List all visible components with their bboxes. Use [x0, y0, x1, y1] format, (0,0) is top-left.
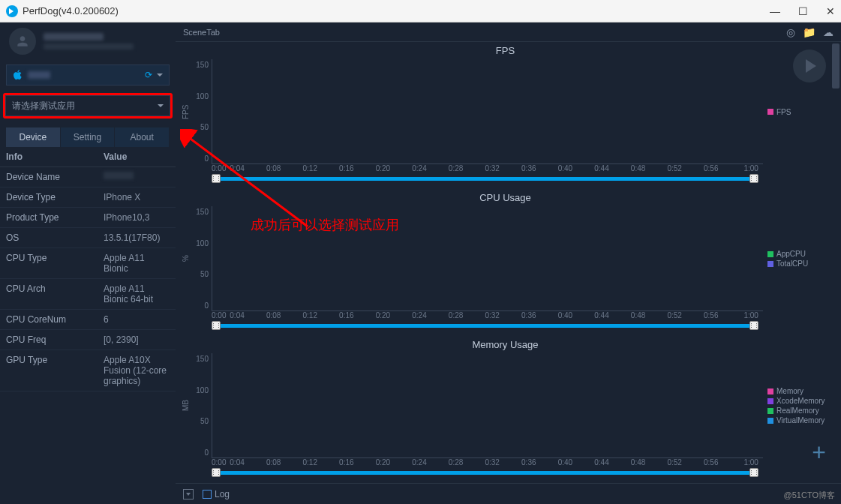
- chart-memory usage: Memory Usage MB 150100500 MemoryXcodeMem…: [180, 336, 830, 477]
- y-axis-label: FPS: [180, 59, 191, 164]
- slider-handle-right[interactable]: ⋮⋮: [749, 321, 758, 330]
- slider-handle-right[interactable]: ⋮⋮: [749, 174, 758, 183]
- info-value: IPhone10,3: [104, 212, 170, 223]
- avatar[interactable]: [9, 28, 36, 55]
- window-title: PerfDog(v4.0.200602): [23, 5, 119, 16]
- time-slider[interactable]: ⋮⋮ ⋮⋮: [212, 321, 758, 330]
- sidebar: ⟳ 请选择测试应用 Device Setting About Info Valu…: [0, 22, 176, 504]
- info-row: Product TypeIPhone10,3: [0, 208, 176, 228]
- chart-title: CPU Usage: [180, 189, 830, 206]
- slider-handle-right[interactable]: ⋮⋮: [749, 468, 758, 477]
- info-value: IPhone X: [104, 192, 170, 202]
- y-axis: 150100500: [191, 59, 212, 164]
- main-area: SceneTab ◎ 📁 ☁ FPS FPS 150100500 FPS 0:0…: [176, 22, 841, 504]
- add-button[interactable]: +: [812, 439, 826, 466]
- info-value: Apple A10X Fusion (12-core graphics): [104, 355, 170, 386]
- chart-plot[interactable]: [212, 59, 763, 164]
- chart-title: Memory Usage: [180, 336, 830, 353]
- info-label: CPU Type: [6, 253, 104, 274]
- y-axis: 150100500: [191, 206, 212, 311]
- info-label: GPU Type: [6, 355, 104, 386]
- time-slider[interactable]: ⋮⋮ ⋮⋮: [212, 468, 758, 477]
- legend-item[interactable]: VirtualMemory: [767, 416, 830, 424]
- maximize-button[interactable]: ☐: [798, 5, 808, 17]
- y-axis-label: %: [180, 206, 191, 311]
- slider-handle-left[interactable]: ⋮⋮: [212, 174, 221, 183]
- info-label: Device Type: [6, 192, 104, 202]
- folder-icon[interactable]: 📁: [803, 26, 815, 38]
- info-label: Product Type: [6, 212, 104, 223]
- info-value: Apple A11 Bionic: [104, 253, 170, 274]
- info-value: 6: [104, 314, 170, 325]
- chart-plot[interactable]: [212, 206, 763, 311]
- info-row: OS13.5.1(17F80): [0, 228, 176, 248]
- legend-item[interactable]: AppCPU: [767, 250, 830, 258]
- info-row: GPU TypeApple A10X Fusion (12-core graph…: [0, 350, 176, 392]
- info-row: CPU Freq[0, 2390]: [0, 330, 176, 350]
- log-checkbox[interactable]: Log: [203, 489, 230, 500]
- tab-device[interactable]: Device: [6, 128, 61, 147]
- watermark: @51CTO博客: [784, 490, 835, 501]
- legend-item[interactable]: Memory: [767, 387, 830, 395]
- y-axis-label: MB: [180, 353, 191, 458]
- titlebar: PerfDog(v4.0.200602) — ☐ ✕: [0, 0, 841, 22]
- app-logo-icon: [6, 5, 18, 17]
- app-select-placeholder: 请选择测试应用: [12, 100, 75, 112]
- info-row: Device Name: [0, 167, 176, 188]
- info-label: Device Name: [6, 172, 104, 182]
- tab-about[interactable]: About: [115, 128, 170, 147]
- close-button[interactable]: ✕: [826, 5, 835, 17]
- x-axis: 0:000:040:080:120:160:200:240:280:320:36…: [212, 311, 758, 320]
- legend-item[interactable]: RealMemory: [767, 406, 830, 415]
- checkbox-icon: [203, 490, 212, 499]
- info-label: CPU CoreNum: [6, 314, 104, 325]
- minimize-button[interactable]: —: [770, 5, 780, 17]
- x-axis: 0:000:040:080:120:160:200:240:280:320:36…: [212, 164, 758, 172]
- link-icon: ⟳: [145, 70, 152, 80]
- scrollbar[interactable]: [830, 42, 841, 483]
- time-slider[interactable]: ⋮⋮ ⋮⋮: [212, 174, 758, 183]
- chart-legend: AppCPUTotalCPU: [763, 206, 830, 311]
- legend-item[interactable]: TotalCPU: [767, 260, 830, 268]
- info-value: Apple A11 Bionic 64-bit: [104, 284, 170, 304]
- app-select-dropdown[interactable]: 请选择测试应用: [5, 95, 170, 116]
- chevron-down-icon: [157, 74, 163, 76]
- user-icon: [15, 34, 30, 49]
- slider-handle-left[interactable]: ⋮⋮: [212, 468, 221, 477]
- location-icon[interactable]: ◎: [786, 26, 795, 38]
- user-info: [44, 33, 134, 50]
- user-block: [0, 22, 176, 60]
- chart-plot[interactable]: [212, 353, 763, 458]
- chart-title: FPS: [180, 42, 830, 59]
- chevron-down-icon: [158, 104, 164, 107]
- info-value: [0, 2390]: [104, 334, 170, 345]
- chart-cpu usage: CPU Usage % 150100500 AppCPUTotalCPU 0:0…: [180, 189, 830, 330]
- legend-item[interactable]: XcodeMemory: [767, 397, 830, 405]
- apple-icon: [13, 70, 23, 80]
- sidebar-tabs: Device Setting About: [6, 128, 170, 147]
- info-row: Device TypeIPhone X: [0, 188, 176, 208]
- device-select[interactable]: ⟳: [6, 64, 170, 86]
- info-row: CPU ArchApple A11 Bionic 64-bit: [0, 279, 176, 310]
- info-label: CPU Arch: [6, 284, 104, 304]
- info-label: OS: [6, 232, 104, 243]
- slider-handle-left[interactable]: ⋮⋮: [212, 321, 221, 330]
- info-header: Info Value: [0, 147, 176, 167]
- x-axis: 0:000:040:080:120:160:200:240:280:320:36…: [212, 458, 758, 466]
- legend-item[interactable]: FPS: [767, 108, 830, 116]
- info-row: CPU CoreNum6: [0, 310, 176, 330]
- y-axis: 150100500: [191, 353, 212, 458]
- info-row: CPU TypeApple A11 Bionic: [0, 248, 176, 279]
- info-value: [104, 172, 170, 182]
- bottombar: Log: [176, 483, 841, 504]
- chart-fps: FPS FPS 150100500 FPS 0:000:040:080:120:…: [180, 42, 830, 183]
- info-label: CPU Freq: [6, 334, 104, 345]
- dropdown-toggle[interactable]: [183, 489, 194, 500]
- info-value: 13.5.1(17F80): [104, 232, 170, 243]
- chart-legend: FPS: [763, 59, 830, 164]
- main-topbar: SceneTab ◎ 📁 ☁: [176, 22, 841, 42]
- scenetab-label[interactable]: SceneTab: [183, 28, 220, 37]
- tab-setting[interactable]: Setting: [61, 128, 116, 147]
- cloud-icon[interactable]: ☁: [823, 26, 833, 38]
